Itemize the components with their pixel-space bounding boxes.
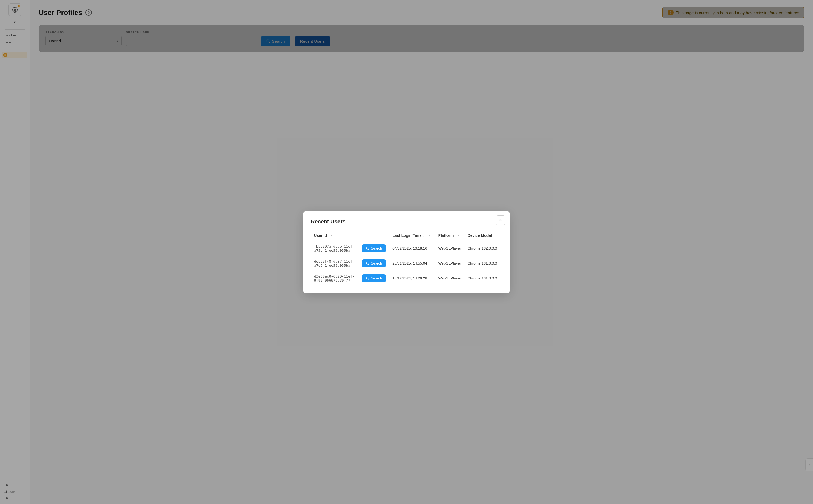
user-id-value: fbbe597a-dccb-11ef-a75b-1fec53a055ba [314,244,359,253]
device-model-value: Chrome 131.0.0.0 [464,271,502,286]
col-header-last-login: Last Login Time ↓ ⋮ [389,230,435,241]
platform-value: WebGLPlayer [435,256,464,271]
row-search-button[interactable]: Search [362,274,386,282]
search-icon [366,276,370,280]
recent-users-modal: × Recent Users User id ⋮ La [303,211,510,293]
column-menu-last-login[interactable]: ⋮ [427,233,432,238]
row-search-button[interactable]: Search [362,259,386,267]
col-header-platform: Platform ⋮ [435,230,464,241]
table-row: fbbe597a-dccb-11ef-a75b-1fec53a055baSear… [311,241,502,256]
modal-close-button[interactable]: × [496,215,505,225]
row-search-button[interactable]: Search [362,244,386,252]
table-row: d3e38ec0-6520-11ef-9f92-066676c39f77Sear… [311,271,502,286]
table-row: deb95f48-dd87-11ef-a7e6-1fec53a055baSear… [311,256,502,271]
column-menu-device-model[interactable]: ⋮ [495,233,499,238]
modal-overlay: × Recent Users User id ⋮ La [0,0,813,504]
recent-users-table: User id ⋮ Last Login Time ↓ ⋮ [311,230,502,286]
device-model-value: Chrome 131.0.0.0 [464,256,502,271]
table-header: User id ⋮ Last Login Time ↓ ⋮ [311,230,502,241]
search-icon [366,247,370,250]
svg-line-4 [368,249,369,250]
modal-title: Recent Users [311,219,502,225]
svg-line-8 [368,279,369,280]
col-header-userid: User id ⋮ [311,230,389,241]
user-id-value: d3e38ec0-6520-11ef-9f92-066676c39f77 [314,274,359,282]
svg-line-6 [368,264,369,265]
last-login-value: 04/02/2025, 16:18:16 [389,241,435,256]
user-id-value: deb95f48-dd87-11ef-a7e6-1fec53a055ba [314,259,359,267]
column-menu-userid[interactable]: ⋮ [330,233,334,238]
sort-icon-last-login[interactable]: ↓ [423,234,425,237]
platform-value: WebGLPlayer [435,241,464,256]
table-body: fbbe597a-dccb-11ef-a75b-1fec53a055baSear… [311,241,502,286]
column-menu-platform[interactable]: ⋮ [457,233,461,238]
col-header-device-model: Device Model ⋮ [464,230,502,241]
device-model-value: Chrome 132.0.0.0 [464,241,502,256]
search-icon [366,262,370,265]
last-login-value: 13/12/2024, 14:29:28 [389,271,435,286]
last-login-value: 28/01/2025, 14:55:04 [389,256,435,271]
platform-value: WebGLPlayer [435,271,464,286]
close-icon: × [499,218,502,223]
